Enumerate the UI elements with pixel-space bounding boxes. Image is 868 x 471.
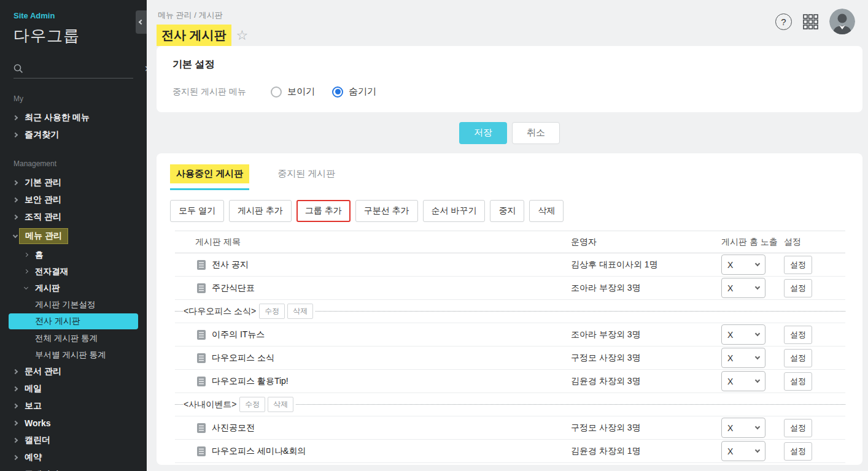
home-exposure-dropdown[interactable]: X (721, 441, 765, 461)
radio-selected-icon (332, 86, 343, 98)
sidebar-item-works[interactable]: Works (0, 415, 147, 432)
sidebar-item-recent-menus[interactable]: 최근 사용한 메뉴 (0, 109, 147, 126)
tab-label: 중지된 게시판 (277, 168, 335, 178)
sidebar-item-dept-board-stats[interactable]: 부서별 게시판 통계 (0, 347, 147, 363)
apps-grid-icon[interactable] (803, 14, 818, 29)
sidebar-item-company-board[interactable]: 전사 게시판 (9, 313, 138, 329)
sidebar-collapse-button[interactable] (136, 10, 147, 34)
row-settings-button[interactable]: 설정 (784, 419, 812, 437)
open-all-button[interactable]: 모두 열기 (170, 200, 224, 222)
sidebar-item-favorites[interactable]: 즐겨찾기 (0, 126, 147, 144)
group-edit-button[interactable]: 수정 (259, 304, 285, 319)
radio-label: 보이기 (287, 86, 315, 98)
sidebar-item-label: 보안 관리 (25, 194, 61, 205)
home-exposure-dropdown[interactable]: X (721, 255, 765, 275)
tab-stopped-boards[interactable]: 중지된 게시판 (277, 164, 335, 190)
chevron-right-icon (13, 438, 18, 443)
radio-hide[interactable]: 숨기기 (332, 86, 376, 98)
sidebar-item-report[interactable]: 보고 (0, 397, 147, 415)
table-header: 게시판 제목 운영자 게시판 홈 노출 설정 (175, 231, 845, 253)
row-settings-button[interactable]: 설정 (784, 442, 812, 461)
home-exposure-dropdown[interactable]: X (721, 278, 765, 298)
search-input[interactable] (28, 64, 139, 74)
sidebar-search: ✕ (14, 59, 133, 78)
row-settings-button[interactable]: 설정 (784, 326, 812, 344)
board-row: 주간식단표 조아라 부장외 3명 X 설정 (175, 277, 845, 300)
dropdown-value: X (727, 353, 733, 363)
chevron-down-icon (755, 354, 760, 359)
radio-show[interactable]: 보이기 (271, 86, 315, 98)
sidebar-item-board-default-settings[interactable]: 게시판 기본설정 (0, 296, 147, 313)
sidebar-item-label: 보고 (25, 400, 42, 412)
chevron-right-icon (13, 132, 18, 137)
breadcrumb[interactable]: 메뉴 관리 / 게시판 (158, 10, 222, 21)
home-exposure-dropdown[interactable]: X (721, 324, 765, 345)
home-exposure-dropdown[interactable]: X (721, 348, 765, 368)
group-delete-button[interactable]: 삭제 (287, 304, 313, 319)
save-button[interactable]: 저장 (459, 122, 507, 144)
sidebar-item-board[interactable]: 게시판 (0, 280, 147, 296)
sidebar-item-label: 메뉴 관리 (19, 228, 68, 244)
home-exposure-dropdown[interactable]: X (721, 418, 765, 438)
sidebar-item-doc-mgmt[interactable]: 문서 관리 (0, 363, 147, 380)
row-settings-button[interactable]: 설정 (784, 256, 812, 274)
add-board-button[interactable]: 게시판 추가 (229, 200, 292, 222)
dropdown-value: X (727, 377, 733, 386)
board-title[interactable]: 사진공모전 (212, 423, 255, 434)
col-header-settings: 설정 (784, 237, 845, 248)
sidebar-item-label: Works (25, 418, 51, 428)
favorite-star-icon[interactable]: ☆ (236, 29, 249, 42)
sidebar-item-label: 전체 게시판 통계 (35, 333, 98, 344)
board-title[interactable]: 다우오피스 활용Tip! (212, 376, 289, 387)
reorder-button[interactable]: 순서 바꾸기 (423, 200, 486, 222)
avatar[interactable] (829, 9, 855, 34)
board-title[interactable]: 주간식단표 (212, 283, 255, 294)
sidebar-item-reservation[interactable]: 예약 (0, 449, 147, 466)
sidebar-section-my: My (14, 94, 133, 103)
board-icon (197, 283, 206, 293)
board-operator: 김윤경 차장외 3명 (571, 376, 721, 387)
board-title[interactable]: 다우오피스 세미나&회의 (212, 446, 306, 457)
board-icon (197, 260, 206, 270)
board-operator: 구정모 사장외 3명 (571, 423, 721, 434)
sidebar-item-calendar[interactable]: 캘린더 (0, 432, 147, 449)
sidebar-item-basic-mgmt[interactable]: 기본 관리 (0, 174, 147, 191)
board-row: 다우오피스 활용Tip! 김윤경 차장외 3명 X 설정 (175, 370, 845, 393)
board-row: 다우오피스 세미나&회의 김윤경 차장외 1명 X 설정 (175, 440, 845, 463)
board-title[interactable]: 전사 공지 (212, 259, 249, 270)
row-settings-button[interactable]: 설정 (784, 349, 812, 367)
chevron-right-icon (24, 253, 28, 257)
cancel-button[interactable]: 취소 (512, 122, 560, 144)
sidebar-item-home[interactable]: 홈 (0, 247, 147, 263)
delete-button[interactable]: 삭제 (529, 200, 564, 222)
board-operator: 김윤경 차장외 1명 (571, 446, 721, 457)
chevron-right-icon (13, 115, 18, 120)
tab-active-boards[interactable]: 사용중인 게시판 (170, 164, 249, 190)
group-row: <사내이벤트> 수정 삭제 (175, 393, 845, 416)
group-delete-button[interactable]: 삭제 (268, 397, 293, 412)
board-row: 사진공모전 구정모 사장외 3명 X 설정 (175, 416, 845, 440)
home-exposure-dropdown[interactable]: X (721, 371, 765, 391)
row-settings-button[interactable]: 설정 (784, 279, 812, 297)
stop-button[interactable]: 중지 (490, 200, 524, 222)
dotted-divider (296, 404, 845, 405)
group-edit-button[interactable]: 수정 (239, 397, 265, 412)
sidebar-item-all-board-stats[interactable]: 전체 게시판 통계 (0, 330, 147, 347)
board-title[interactable]: 이주의 IT뉴스 (212, 329, 265, 340)
help-icon[interactable]: ? (775, 13, 792, 30)
dotted-divider (175, 404, 183, 405)
row-settings-button[interactable]: 설정 (784, 372, 812, 391)
sidebar-item-menu-mgmt[interactable]: 메뉴 관리 (0, 226, 147, 247)
board-title[interactable]: 다우오피스 소식 (212, 353, 274, 364)
col-header-operator: 운영자 (571, 237, 721, 248)
add-divider-button[interactable]: 구분선 추가 (355, 200, 418, 222)
sidebar-item-org-mgmt[interactable]: 조직 관리 (0, 209, 147, 226)
sidebar-item-security-mgmt[interactable]: 보안 관리 (0, 191, 147, 209)
sidebar-item-attendance[interactable]: 근태관리 (0, 466, 147, 471)
col-header-home-exposure: 게시판 홈 노출 (721, 237, 784, 248)
add-group-button[interactable]: 그룹 추가 (296, 200, 351, 222)
sidebar-item-approval[interactable]: 전자결재 (0, 263, 147, 280)
sidebar-item-mail[interactable]: 메일 (0, 380, 147, 397)
sidebar: Site Admin 다우그룹 ✕ My 최근 사용한 메뉴 즐겨찾기 Mana… (0, 0, 147, 471)
chevron-right-icon (13, 455, 18, 460)
